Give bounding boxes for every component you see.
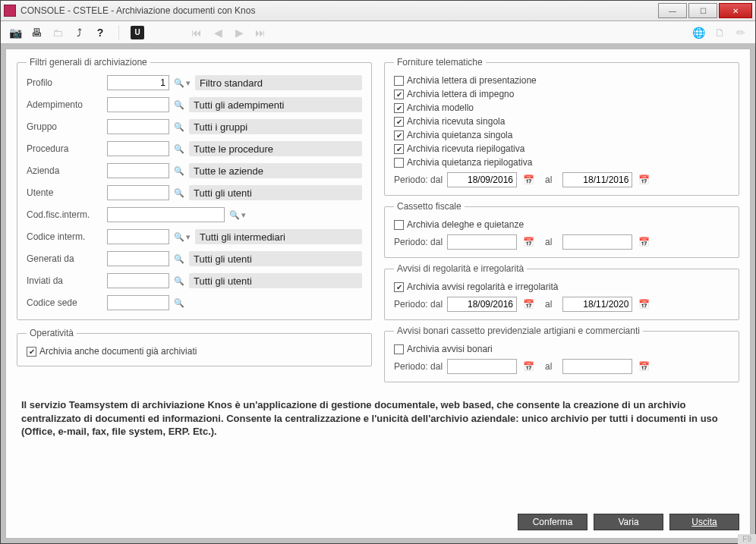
search-icon[interactable]: 🔍 [174,298,184,308]
label-lettera-imp: Archivia lettera di impegno [407,89,514,99]
date-avvisi-from[interactable] [447,297,517,312]
conferma-button[interactable]: Conferma [518,514,587,530]
row-codfisc: Cod.fisc.interm. 🔍▾ [27,207,362,222]
row-utente: Utente 🔍 Tutti gli utenti [27,185,362,200]
label-adempimento: Adempimento [27,99,102,110]
date-bonari-from[interactable] [447,359,517,374]
search-icon[interactable]: 🔍 [174,166,184,176]
row-inviati: Inviati da 🔍 Tutti gli utenti [27,273,362,288]
separator [118,25,119,40]
desc-codinterm: Tutti gli intermediari [195,229,362,244]
calendar-icon[interactable]: 📅 [638,175,650,185]
app-window: CONSOLE - CSTELE - Archiviazione documen… [0,0,756,544]
calendar-icon[interactable]: 📅 [523,237,534,247]
desc-azienda: Tutte le aziende [189,163,362,178]
titlebar[interactable]: CONSOLE - CSTELE - Archiviazione documen… [1,1,755,21]
print-icon[interactable]: 🖶 [30,26,43,39]
fieldset-avvisi: Avvisi di regolarità e irregolarità Arch… [384,263,739,320]
maximize-button[interactable]: ☐ [688,3,717,18]
label-lettera-pres: Archivia lettera di presentazione [407,75,537,86]
search-icon[interactable]: 🔍 [174,78,184,88]
search-icon[interactable]: 🔍 [174,188,184,198]
checkbox-avvisi-reg[interactable] [394,282,404,292]
uscita-button[interactable]: Uscita [669,514,739,530]
label-periodo-dal: Periodo: dal [394,361,443,372]
input-inviati[interactable] [107,273,169,288]
checkbox-quiet-riep[interactable] [394,158,404,168]
checkbox-deleghe[interactable] [394,220,404,230]
label-bonari: Archivia avvisi bonari [407,344,493,354]
date-forniture-from[interactable] [447,172,517,187]
input-adempimento[interactable] [107,97,169,112]
search-icon[interactable]: 🔍 [174,276,184,286]
label-quiet-sing: Archivia quietanza singola [407,130,512,140]
checkbox-ric-riep[interactable] [394,144,404,154]
input-utente[interactable] [107,185,169,200]
date-cassetto-to[interactable] [562,234,632,250]
input-azienda[interactable] [107,163,169,178]
nav-last-icon: ⏭ [254,26,267,39]
input-procedura[interactable] [107,141,169,156]
row-codinterm: Codice interm. 🔍▾ Tutti gli intermediari [27,229,362,244]
label-utente: Utente [27,187,102,198]
label-al: al [545,299,552,310]
search-icon[interactable]: 🔍 [174,122,184,132]
label-azienda: Azienda [27,165,102,176]
row-azienda: Azienda 🔍 Tutte le aziende [27,163,362,178]
u-icon[interactable]: U [131,26,144,39]
search-icon[interactable]: 🔍 [174,144,184,154]
calendar-icon[interactable]: 📅 [638,237,650,247]
search-icon[interactable]: 🔍 [174,232,184,242]
fieldset-filtri: Filtri generali di archiviazione Profilo… [17,57,372,320]
date-forniture-to[interactable] [562,172,632,187]
minimize-button[interactable]: — [658,3,687,18]
date-bonari-to[interactable] [562,359,632,374]
label-procedura: Procedura [27,143,102,154]
checkbox-archivia-gia[interactable] [27,347,36,357]
label-codfisc: Cod.fisc.interm. [27,209,102,220]
camera-icon[interactable]: 📷 [8,26,22,39]
checkbox-lettera-imp[interactable] [394,90,404,99]
upload-icon[interactable]: ⤴ [72,26,86,39]
close-button[interactable]: ✕ [719,3,752,18]
checkbox-ric-sing[interactable] [394,117,404,127]
search-icon[interactable]: 🔍 [174,100,184,110]
calendar-icon[interactable]: 📅 [523,361,534,372]
checkbox-lettera-pres[interactable] [394,76,404,86]
checkbox-bonari[interactable] [394,344,404,354]
date-cassetto-from[interactable] [447,234,517,250]
chevron-down-icon[interactable]: ▾ [241,210,246,220]
input-codsede[interactable] [107,295,169,310]
label-inviati: Inviati da [27,275,102,286]
input-generati[interactable] [107,251,169,266]
search-icon[interactable]: 🔍 [174,254,184,264]
row-profilo: Profilo 🔍▾ Filtro standard [27,75,362,90]
row-generati: Generati da 🔍 Tutti gli utenti [27,251,362,266]
input-codfisc[interactable] [107,207,225,222]
label-periodo-dal: Periodo: dal [394,175,443,185]
date-avvisi-to[interactable] [562,297,632,312]
label-gruppo: Gruppo [27,121,102,132]
varia-button[interactable]: Varia [594,514,663,530]
chevron-down-icon[interactable]: ▾ [186,232,191,242]
fieldset-cassetto: Cassetto fiscale Archivia deleghe e quie… [384,201,739,258]
checkbox-modello[interactable] [394,103,404,113]
row-gruppo: Gruppo 🔍 Tutti i gruppi [27,119,362,134]
calendar-icon[interactable]: 📅 [638,361,650,372]
calendar-icon[interactable]: 📅 [523,299,534,310]
toolbar: 📷 🖶 🗀 ⤴ ? U ⏮ ◀ ▶ ⏭ 🌐 🗋 ✏ [1,21,755,44]
row-archivia-gia: Archivia anche documenti già archiviati [27,346,362,357]
calendar-icon[interactable]: 📅 [523,175,534,185]
label-quiet-riep: Archivia quietanza riepilogativa [407,157,532,168]
search-icon[interactable]: 🔍 [229,210,240,220]
calendar-icon[interactable]: 📅 [638,299,650,310]
input-profilo[interactable] [107,75,169,90]
input-codinterm[interactable] [107,229,169,244]
legend-avvisi: Avvisi di regolarità e irregolarità [394,263,527,274]
chevron-down-icon[interactable]: ▾ [186,78,191,88]
help-icon[interactable]: ? [93,26,107,39]
desc-utente: Tutti gli utenti [189,185,362,200]
input-gruppo[interactable] [107,119,169,134]
checkbox-quiet-sing[interactable] [394,130,404,140]
label-generati: Generati da [27,253,102,264]
